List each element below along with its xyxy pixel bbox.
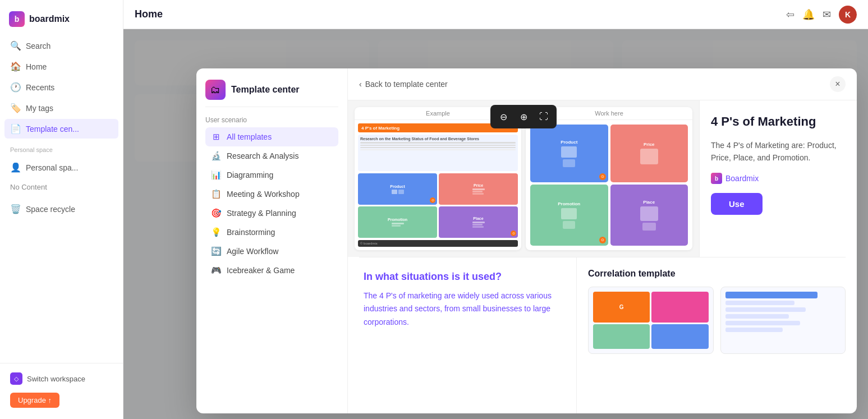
close-button[interactable]: × [830, 76, 846, 92]
nav-strategy[interactable]: 🎯 Strategy & Planning [205, 204, 338, 223]
user-scenario-label: User scenario [205, 116, 338, 124]
sidebar-label-personal: Personal spa... [26, 163, 78, 172]
topbar: Home ⇦ 🔔 ✉ K [123, 0, 868, 29]
strategy-icon: 🎯 [211, 208, 221, 218]
logo: b boardmix [0, 7, 123, 36]
notification-icon[interactable]: 🔔 [802, 8, 815, 21]
sidebar-label-template: Template cen... [26, 125, 79, 133]
nav-icebreaker[interactable]: 🎮 Icebreaker & Game [205, 261, 338, 280]
nav-all-templates[interactable]: ⊞ All templates [205, 127, 338, 146]
back-label: Back to template center [365, 80, 448, 89]
main-area: Home ⇦ 🔔 ✉ K [123, 0, 868, 419]
nav-diagramming-label: Diagramming [227, 171, 273, 179]
nav-meeting[interactable]: 📋 Meeting & Workshop [205, 185, 338, 204]
nav-research[interactable]: 🔬 Research & Analysis [205, 146, 338, 165]
collapse-icon[interactable]: ⇦ [786, 8, 794, 21]
sidebar-label-search: Search [26, 42, 50, 50]
use-template-button[interactable]: Use [711, 193, 763, 215]
sidebar-label-recents: Recents [26, 83, 54, 92]
sidebar-item-template-center[interactable]: 📄 Template cen... [4, 119, 118, 139]
app-name: boardmix [29, 14, 70, 24]
template-modal: 🗂 Template center User scenario ⊞ All te… [196, 68, 857, 413]
switch-workspace-label: Switch workspace [27, 375, 85, 383]
topbar-actions: ⇦ 🔔 ✉ K [786, 6, 857, 24]
modal-title: Template center [231, 85, 300, 95]
modal-left-panel: 🗂 Template center User scenario ⊞ All te… [196, 68, 348, 413]
usage-question: In what situations is it used? [364, 271, 561, 283]
back-button[interactable]: ‹ Back to template center [359, 80, 448, 89]
usage-description-area: In what situations is it used? The 4 P's… [348, 257, 576, 414]
nav-agile[interactable]: 🔄 Agile Workflow [205, 242, 338, 261]
sidebar-item-personal-space[interactable]: 👤 Personal spa... [4, 158, 118, 177]
diagramming-icon: 📊 [211, 170, 221, 180]
template-name: 4 P's of Marketing [711, 114, 846, 130]
zoom-in-icon: ⊕ [520, 112, 527, 122]
modal-header-icon: 🗂 [205, 80, 226, 100]
sidebar: b boardmix 🔍 Search 🏠 Home 🕐 Recents 🏷️ … [0, 0, 123, 419]
recycle-icon: 🗑️ [10, 204, 20, 214]
research-icon: 🔬 [211, 151, 221, 161]
template-description: The 4 P's of Marketing are: Product, Pri… [711, 139, 846, 164]
personal-space-icon: 👤 [10, 162, 20, 173]
correlation-section: Correlation template G [576, 257, 857, 414]
template-preview-area: ⊖ ⊕ ⛶ [348, 100, 700, 257]
sidebar-item-home[interactable]: 🏠 Home [4, 57, 118, 76]
meeting-icon: 📋 [211, 189, 221, 199]
nav-all-label: All templates [227, 132, 272, 141]
sidebar-label-recycle: Space recycle [26, 205, 75, 214]
fullscreen-icon: ⛶ [539, 112, 548, 122]
logo-icon: b [9, 11, 25, 27]
nav-brainstorming-label: Brainstorming [227, 228, 275, 237]
recents-icon: 🕐 [10, 82, 20, 93]
correlation-card-1[interactable]: G [588, 287, 714, 354]
sidebar-label-tags: My tags [26, 104, 53, 113]
template-brand: b Boardmix [711, 173, 846, 184]
agile-icon: 🔄 [211, 246, 221, 256]
sidebar-label-home: Home [26, 62, 47, 71]
page-title: Home [135, 8, 163, 20]
correlation-cards: G [588, 287, 846, 354]
sidebar-bottom: ◇ Switch workspace Upgrade ↑ [0, 363, 123, 412]
template-icon: 📄 [10, 123, 20, 134]
nav-diagramming[interactable]: 📊 Diagramming [205, 165, 338, 185]
upgrade-button[interactable]: Upgrade ↑ [10, 393, 59, 408]
nav-icebreaker-label: Icebreaker & Game [227, 266, 295, 275]
fullscreen-button[interactable]: ⛶ [534, 107, 553, 126]
zoom-out-icon: ⊖ [500, 112, 507, 122]
sidebar-item-my-tags[interactable]: 🏷️ My tags [4, 98, 118, 118]
modal-right-topbar: ‹ Back to template center × [348, 68, 857, 100]
sidebar-item-recycle[interactable]: 🗑️ Space recycle [4, 199, 118, 219]
workspace-icon: ◇ [10, 372, 22, 385]
work-here-content: Product ⊙ Price [526, 120, 692, 250]
close-icon: × [835, 79, 840, 89]
brainstorming-icon: 💡 [211, 227, 221, 237]
sidebar-item-recents[interactable]: 🕐 Recents [4, 77, 118, 97]
content-area: 🗂 Template center User scenario ⊞ All te… [123, 29, 868, 419]
brand-icon: b [711, 173, 722, 184]
modal-nav: User scenario ⊞ All templates 🔬 Research… [205, 116, 338, 280]
template-bottom-section: In what situations is it used? The 4 P's… [348, 257, 857, 414]
message-icon[interactable]: ✉ [823, 8, 831, 21]
nav-agile-label: Agile Workflow [227, 247, 278, 256]
nav-brainstorming[interactable]: 💡 Brainstorming [205, 223, 338, 242]
sidebar-item-search[interactable]: 🔍 Search [4, 36, 118, 56]
correlation-card-2[interactable] [720, 287, 846, 354]
nav-research-label: Research & Analysis [227, 151, 298, 160]
template-detail: ⊖ ⊕ ⛶ [348, 100, 857, 257]
search-icon: 🔍 [10, 40, 20, 51]
modal-header: 🗂 Template center [205, 80, 338, 107]
icebreaker-icon: 🎮 [211, 265, 221, 275]
user-avatar[interactable]: K [839, 6, 857, 24]
tags-icon: 🏷️ [10, 103, 20, 113]
correlation-title: Correlation template [588, 269, 846, 279]
home-icon: 🏠 [10, 61, 20, 72]
template-info-panel: 4 P's of Marketing The 4 P's of Marketin… [700, 100, 857, 257]
switch-workspace-button[interactable]: ◇ Switch workspace [4, 368, 118, 389]
back-chevron-icon: ‹ [359, 80, 362, 89]
modal-right-panel: ‹ Back to template center × [348, 68, 857, 413]
nav-strategy-label: Strategy & Planning [227, 209, 296, 218]
example-content: 4 P's of Marketing Research on the Marke… [355, 120, 521, 250]
zoom-out-button[interactable]: ⊖ [494, 107, 513, 126]
sidebar-nav: 🔍 Search 🏠 Home 🕐 Recents 🏷️ My tags 📄 T… [0, 36, 123, 363]
zoom-in-button[interactable]: ⊕ [514, 107, 533, 126]
